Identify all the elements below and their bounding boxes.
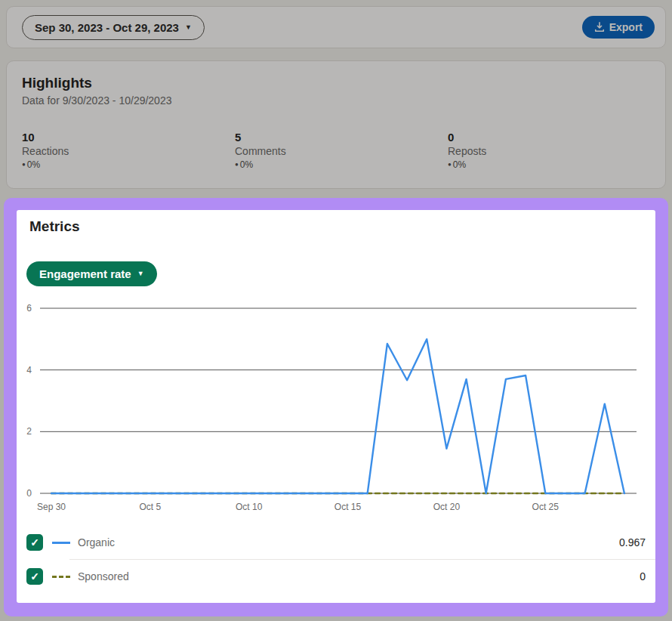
svg-text:Oct 20: Oct 20 — [433, 502, 461, 512]
svg-text:Oct 5: Oct 5 — [140, 502, 162, 512]
svg-text:6: 6 — [26, 303, 32, 314]
svg-text:Oct 25: Oct 25 — [532, 502, 559, 512]
legend-row-sponsored: ✓ Sponsored 0 — [17, 560, 655, 593]
svg-text:Oct 15: Oct 15 — [334, 502, 362, 512]
legend-row-organic: ✓ Organic 0.967 — [17, 526, 655, 559]
legend-label: Organic — [78, 536, 115, 548]
metrics-card: Metrics Engagement rate ▼ 0246Sep 30Oct … — [17, 210, 655, 603]
legend-value: 0 — [640, 570, 646, 582]
organic-line-swatch-icon — [52, 542, 70, 544]
sponsored-checkbox[interactable]: ✓ — [26, 568, 43, 585]
chevron-down-icon: ▼ — [137, 270, 144, 277]
sponsored-line-swatch-icon — [52, 576, 70, 578]
svg-text:0: 0 — [26, 488, 32, 499]
organic-checkbox[interactable]: ✓ — [26, 534, 43, 551]
svg-text:4: 4 — [26, 365, 32, 375]
legend-value: 0.967 — [619, 536, 646, 548]
metrics-chart-svg: 0246Sep 30Oct 5Oct 10Oct 15Oct 20Oct 25 — [17, 299, 655, 522]
legend-label: Sponsored — [78, 570, 129, 582]
check-icon: ✓ — [30, 570, 39, 582]
highlight-box: Metrics Engagement rate ▼ 0246Sep 30Oct … — [4, 198, 668, 616]
svg-text:2: 2 — [26, 426, 32, 437]
svg-text:Sep 30: Sep 30 — [37, 502, 66, 512]
metrics-title: Metrics — [29, 218, 80, 235]
chart-legend: ✓ Organic 0.967 ✓ Sponsored 0 — [17, 526, 655, 593]
engagement-rate-chart: 0246Sep 30Oct 5Oct 10Oct 15Oct 20Oct 25 — [17, 299, 655, 522]
svg-text:Oct 10: Oct 10 — [236, 502, 263, 512]
check-icon: ✓ — [30, 536, 39, 548]
metric-selector-button[interactable]: Engagement rate ▼ — [26, 261, 157, 286]
metric-selector-label: Engagement rate — [39, 267, 131, 280]
